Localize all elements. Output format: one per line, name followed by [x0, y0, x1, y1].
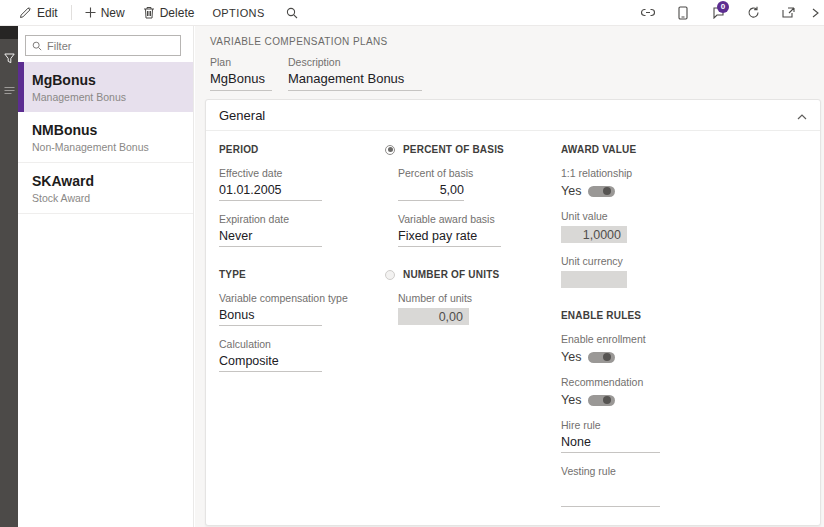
link-icon[interactable] [635, 0, 661, 26]
award-value-caption: AWARD VALUE [561, 144, 806, 155]
general-section-header[interactable]: General [206, 100, 820, 131]
chevron-right-icon[interactable] [810, 0, 824, 26]
enable-enrollment-field: Enable enrollment Yes [561, 333, 806, 364]
variable-award-basis-input[interactable]: Fixed pay rate [398, 229, 501, 247]
period-group-caption: PERIOD [219, 144, 385, 155]
effective-date-label: Effective date [219, 167, 385, 179]
expiration-date-label: Expiration date [219, 213, 385, 225]
funnel-icon[interactable] [0, 45, 18, 71]
plan-list-panel: MgBonus Management Bonus NMBonus Non-Man… [18, 26, 194, 527]
list-item-subtitle: Management Bonus [32, 91, 185, 103]
mobile-device-icon[interactable] [670, 0, 696, 26]
edit-button[interactable]: Edit [10, 0, 67, 26]
hire-rule-field: Hire rule None [561, 419, 806, 453]
search-icon [286, 7, 298, 19]
relationship-field: 1:1 relationship Yes [561, 167, 806, 198]
notification-bubble-icon[interactable]: 0 [705, 0, 731, 26]
variable-compensation-type-label: Variable compensation type [219, 292, 385, 304]
search-icon [32, 37, 42, 55]
number-of-units-input-disabled: 0,00 [398, 308, 469, 325]
plan-label: Plan [210, 56, 272, 68]
enable-enrollment-toggle[interactable] [588, 352, 615, 363]
variable-compensation-type-input[interactable]: Bonus [219, 308, 322, 326]
list-item-title: SKAward [32, 173, 185, 189]
edit-label: Edit [37, 6, 58, 20]
chevron-up-icon [797, 108, 807, 123]
calculation-label: Calculation [219, 338, 385, 350]
filter-box [25, 35, 181, 56]
toolbar-separator [71, 5, 72, 20]
list-lines-icon[interactable] [0, 77, 18, 103]
list-item-subtitle: Stock Award [32, 192, 185, 204]
relationship-toggle[interactable] [588, 186, 615, 197]
delete-label: Delete [160, 6, 195, 20]
hire-rule-label: Hire rule [561, 419, 806, 431]
relationship-label: 1:1 relationship [561, 167, 806, 179]
effective-date-field: Effective date 01.01.2005 [219, 167, 385, 201]
list-item-nmbonus[interactable]: NMBonus Non-Management Bonus [18, 112, 193, 163]
recommendation-value: Yes [561, 393, 588, 407]
list-item-title: NMBonus [32, 122, 185, 138]
pencil-icon [19, 6, 32, 19]
plus-icon [85, 7, 96, 18]
description-label: Description [288, 56, 422, 68]
unit-value-input-disabled: 1,0000 [561, 226, 627, 243]
effective-date-input[interactable]: 01.01.2005 [219, 183, 322, 201]
enable-enrollment-value: Yes [561, 350, 588, 364]
new-button[interactable]: New [76, 0, 134, 26]
expiration-date-input[interactable]: Never [219, 229, 322, 247]
vesting-rule-label: Vesting rule [561, 465, 806, 477]
unit-currency-label: Unit currency [561, 255, 806, 267]
number-of-units-label: Number of units [398, 292, 561, 304]
general-column-period-type: PERIOD Effective date 01.01.2005 Expirat… [219, 140, 385, 507]
toolbar-search-button[interactable] [274, 0, 310, 26]
toolbar: Edit New Delete OPTIONS 0 [0, 0, 824, 26]
popout-icon[interactable] [775, 0, 801, 26]
list-item-skaward[interactable]: SKAward Stock Award [18, 163, 193, 214]
enable-enrollment-label: Enable enrollment [561, 333, 806, 345]
expiration-date-field: Expiration date Never [219, 213, 385, 247]
page-header: VARIABLE COMPENSATION PLANS Plan MgBonus… [195, 26, 824, 91]
unit-value-label: Unit value [561, 210, 806, 222]
filter-input[interactable] [47, 40, 174, 52]
unit-value-field: Unit value 1,0000 [561, 210, 806, 243]
recommendation-label: Recommendation [561, 376, 806, 388]
toolbar-right-icons: 0 [635, 0, 824, 26]
delete-button[interactable]: Delete [134, 0, 204, 26]
page-title: VARIABLE COMPENSATION PLANS [210, 36, 824, 47]
plan-input[interactable]: MgBonus [210, 71, 272, 91]
percent-of-basis-input[interactable]: 5,00 [398, 183, 464, 201]
relationship-value: Yes [561, 184, 588, 198]
recommendation-toggle[interactable] [588, 395, 615, 406]
vesting-rule-input[interactable] [561, 491, 660, 507]
general-section-body: PERIOD Effective date 01.01.2005 Expirat… [206, 131, 820, 525]
hire-rule-input[interactable]: None [561, 435, 660, 453]
recommendation-field: Recommendation Yes [561, 376, 806, 407]
enable-rules-caption: ENABLE RULES [561, 310, 806, 321]
number-of-units-radio[interactable] [385, 270, 395, 280]
percent-of-basis-radio[interactable] [385, 145, 395, 155]
trash-icon [143, 6, 155, 19]
left-nav-rail [0, 26, 18, 527]
main-content: VARIABLE COMPENSATION PLANS Plan MgBonus… [195, 26, 824, 527]
list-item-subtitle: Non-Management Bonus [32, 141, 185, 153]
type-group-caption: TYPE [219, 269, 385, 280]
unit-currency-field: Unit currency [561, 255, 806, 288]
general-column-award-rules: AWARD VALUE 1:1 relationship Yes Unit va… [561, 140, 806, 507]
description-input[interactable]: Management Bonus [288, 71, 422, 91]
plan-field: Plan MgBonus [210, 56, 272, 91]
calculation-input[interactable]: Composite [219, 354, 322, 372]
variable-award-basis-field: Variable award basis Fixed pay rate [385, 213, 561, 247]
vesting-rule-field: Vesting rule [561, 465, 806, 507]
options-button[interactable]: OPTIONS [203, 0, 273, 26]
refresh-icon[interactable] [740, 0, 766, 26]
list-item-title: MgBonus [32, 72, 185, 88]
new-label: New [101, 6, 125, 20]
variable-award-basis-label: Variable award basis [398, 213, 561, 225]
notification-count-badge: 0 [717, 1, 729, 13]
list-item-mgbonus[interactable]: MgBonus Management Bonus [18, 62, 193, 112]
rail-top-block [0, 26, 18, 39]
percent-of-basis-field: Percent of basis 5,00 [385, 167, 561, 201]
variable-compensation-type-field: Variable compensation type Bonus [219, 292, 385, 326]
general-column-basis-units: PERCENT OF BASIS Percent of basis 5,00 V… [385, 140, 561, 507]
